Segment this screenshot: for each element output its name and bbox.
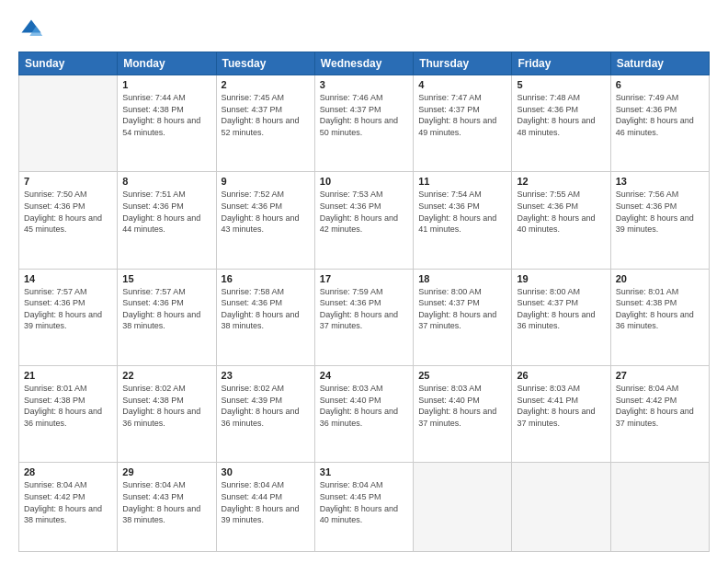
- weekday-header-row: SundayMondayTuesdayWednesdayThursdayFrid…: [19, 52, 710, 75]
- calendar-cell: [19, 75, 118, 172]
- header: [18, 17, 710, 42]
- day-info: Sunrise: 8:03 AMSunset: 4:40 PMDaylight:…: [418, 383, 506, 429]
- day-info: Sunrise: 8:00 AMSunset: 4:37 PMDaylight:…: [418, 286, 506, 332]
- weekday-saturday: Saturday: [610, 52, 709, 75]
- day-number: 9: [222, 176, 310, 187]
- day-number: 15: [122, 273, 210, 284]
- day-number: 17: [320, 273, 408, 284]
- day-info: Sunrise: 7:54 AMSunset: 4:36 PMDaylight:…: [418, 189, 506, 235]
- week-row-5: 28Sunrise: 8:04 AMSunset: 4:42 PMDayligh…: [19, 463, 710, 552]
- day-number: 2: [222, 79, 310, 90]
- calendar-cell: 10Sunrise: 7:53 AMSunset: 4:36 PMDayligh…: [314, 172, 413, 269]
- day-info: Sunrise: 7:50 AMSunset: 4:36 PMDaylight:…: [24, 189, 112, 235]
- day-number: 30: [222, 466, 310, 477]
- day-number: 7: [24, 176, 112, 187]
- day-info: Sunrise: 8:01 AMSunset: 4:38 PMDaylight:…: [616, 286, 704, 332]
- calendar-cell: 28Sunrise: 8:04 AMSunset: 4:42 PMDayligh…: [19, 463, 118, 552]
- calendar-cell: 23Sunrise: 8:02 AMSunset: 4:39 PMDayligh…: [216, 366, 314, 463]
- day-number: 23: [222, 370, 310, 381]
- calendar-cell: 6Sunrise: 7:49 AMSunset: 4:36 PMDaylight…: [610, 75, 709, 172]
- week-row-2: 7Sunrise: 7:50 AMSunset: 4:36 PMDaylight…: [19, 172, 710, 269]
- calendar-cell: 5Sunrise: 7:48 AMSunset: 4:36 PMDaylight…: [512, 75, 610, 172]
- day-number: 24: [320, 370, 408, 381]
- day-info: Sunrise: 8:04 AMSunset: 4:44 PMDaylight:…: [222, 479, 310, 525]
- calendar-cell: 24Sunrise: 8:03 AMSunset: 4:40 PMDayligh…: [314, 366, 413, 463]
- day-info: Sunrise: 8:01 AMSunset: 4:38 PMDaylight:…: [24, 383, 112, 429]
- day-info: Sunrise: 7:44 AMSunset: 4:38 PMDaylight:…: [122, 92, 210, 138]
- weekday-tuesday: Tuesday: [216, 52, 314, 75]
- day-number: 26: [517, 370, 605, 381]
- day-number: 11: [418, 176, 506, 187]
- week-row-3: 14Sunrise: 7:57 AMSunset: 4:36 PMDayligh…: [19, 269, 710, 365]
- day-number: 16: [222, 273, 310, 284]
- calendar-cell: 15Sunrise: 7:57 AMSunset: 4:36 PMDayligh…: [118, 269, 216, 365]
- calendar-cell: 31Sunrise: 8:04 AMSunset: 4:45 PMDayligh…: [314, 463, 413, 552]
- day-info: Sunrise: 7:57 AMSunset: 4:36 PMDaylight:…: [24, 286, 112, 332]
- day-info: Sunrise: 8:00 AMSunset: 4:37 PMDaylight:…: [517, 286, 605, 332]
- calendar-cell: 26Sunrise: 8:03 AMSunset: 4:41 PMDayligh…: [512, 366, 610, 463]
- day-number: 25: [418, 370, 506, 381]
- week-row-1: 1Sunrise: 7:44 AMSunset: 4:38 PMDaylight…: [19, 75, 710, 172]
- calendar-cell: 16Sunrise: 7:58 AMSunset: 4:36 PMDayligh…: [216, 269, 314, 365]
- day-info: Sunrise: 8:04 AMSunset: 4:42 PMDaylight:…: [616, 383, 704, 429]
- day-info: Sunrise: 8:04 AMSunset: 4:45 PMDaylight:…: [320, 479, 408, 525]
- calendar-cell: 9Sunrise: 7:52 AMSunset: 4:36 PMDaylight…: [216, 172, 314, 269]
- calendar-cell: 29Sunrise: 8:04 AMSunset: 4:43 PMDayligh…: [118, 463, 216, 552]
- calendar-table: SundayMondayTuesdayWednesdayThursdayFrid…: [18, 52, 710, 552]
- day-number: 1: [122, 79, 210, 90]
- day-info: Sunrise: 7:59 AMSunset: 4:36 PMDaylight:…: [320, 286, 408, 332]
- logo: [18, 17, 48, 42]
- day-number: 22: [122, 370, 210, 381]
- day-info: Sunrise: 7:47 AMSunset: 4:37 PMDaylight:…: [418, 92, 506, 138]
- calendar-cell: [512, 463, 610, 552]
- calendar-cell: 2Sunrise: 7:45 AMSunset: 4:37 PMDaylight…: [216, 75, 314, 172]
- day-number: 13: [616, 176, 704, 187]
- day-number: 27: [616, 370, 704, 381]
- week-row-4: 21Sunrise: 8:01 AMSunset: 4:38 PMDayligh…: [19, 366, 710, 463]
- calendar-cell: 3Sunrise: 7:46 AMSunset: 4:37 PMDaylight…: [314, 75, 413, 172]
- day-info: Sunrise: 7:57 AMSunset: 4:36 PMDaylight:…: [122, 286, 210, 332]
- day-info: Sunrise: 8:04 AMSunset: 4:43 PMDaylight:…: [122, 479, 210, 525]
- day-number: 12: [517, 176, 605, 187]
- weekday-wednesday: Wednesday: [314, 52, 413, 75]
- logo-icon: [18, 17, 44, 42]
- weekday-monday: Monday: [118, 52, 216, 75]
- day-info: Sunrise: 7:52 AMSunset: 4:36 PMDaylight:…: [222, 189, 310, 235]
- day-info: Sunrise: 7:56 AMSunset: 4:36 PMDaylight:…: [616, 189, 704, 235]
- day-number: 10: [320, 176, 408, 187]
- calendar-cell: 27Sunrise: 8:04 AMSunset: 4:42 PMDayligh…: [610, 366, 709, 463]
- day-number: 19: [517, 273, 605, 284]
- day-number: 3: [320, 79, 408, 90]
- day-info: Sunrise: 7:51 AMSunset: 4:36 PMDaylight:…: [122, 189, 210, 235]
- calendar-cell: 1Sunrise: 7:44 AMSunset: 4:38 PMDaylight…: [118, 75, 216, 172]
- calendar-cell: 19Sunrise: 8:00 AMSunset: 4:37 PMDayligh…: [512, 269, 610, 365]
- calendar-cell: 21Sunrise: 8:01 AMSunset: 4:38 PMDayligh…: [19, 366, 118, 463]
- day-info: Sunrise: 7:53 AMSunset: 4:36 PMDaylight:…: [320, 189, 408, 235]
- calendar-cell: 18Sunrise: 8:00 AMSunset: 4:37 PMDayligh…: [414, 269, 512, 365]
- weekday-sunday: Sunday: [19, 52, 118, 75]
- weekday-friday: Friday: [512, 52, 610, 75]
- day-number: 6: [616, 79, 704, 90]
- day-number: 20: [616, 273, 704, 284]
- calendar-cell: 12Sunrise: 7:55 AMSunset: 4:36 PMDayligh…: [512, 172, 610, 269]
- calendar-cell: 4Sunrise: 7:47 AMSunset: 4:37 PMDaylight…: [414, 75, 512, 172]
- calendar-cell: 7Sunrise: 7:50 AMSunset: 4:36 PMDaylight…: [19, 172, 118, 269]
- day-number: 18: [418, 273, 506, 284]
- day-info: Sunrise: 8:03 AMSunset: 4:40 PMDaylight:…: [320, 383, 408, 429]
- calendar-cell: 20Sunrise: 8:01 AMSunset: 4:38 PMDayligh…: [610, 269, 709, 365]
- calendar-cell: 30Sunrise: 8:04 AMSunset: 4:44 PMDayligh…: [216, 463, 314, 552]
- calendar-cell: 13Sunrise: 7:56 AMSunset: 4:36 PMDayligh…: [610, 172, 709, 269]
- day-number: 29: [122, 466, 210, 477]
- calendar-cell: [610, 463, 709, 552]
- day-info: Sunrise: 8:03 AMSunset: 4:41 PMDaylight:…: [517, 383, 605, 429]
- day-number: 8: [122, 176, 210, 187]
- day-info: Sunrise: 7:45 AMSunset: 4:37 PMDaylight:…: [222, 92, 310, 138]
- day-info: Sunrise: 8:04 AMSunset: 4:42 PMDaylight:…: [24, 479, 112, 525]
- day-number: 14: [24, 273, 112, 284]
- day-info: Sunrise: 8:02 AMSunset: 4:39 PMDaylight:…: [222, 383, 310, 429]
- page: SundayMondayTuesdayWednesdayThursdayFrid…: [0, 0, 728, 563]
- day-number: 28: [24, 466, 112, 477]
- day-info: Sunrise: 7:46 AMSunset: 4:37 PMDaylight:…: [320, 92, 408, 138]
- day-info: Sunrise: 8:02 AMSunset: 4:38 PMDaylight:…: [122, 383, 210, 429]
- calendar-cell: 17Sunrise: 7:59 AMSunset: 4:36 PMDayligh…: [314, 269, 413, 365]
